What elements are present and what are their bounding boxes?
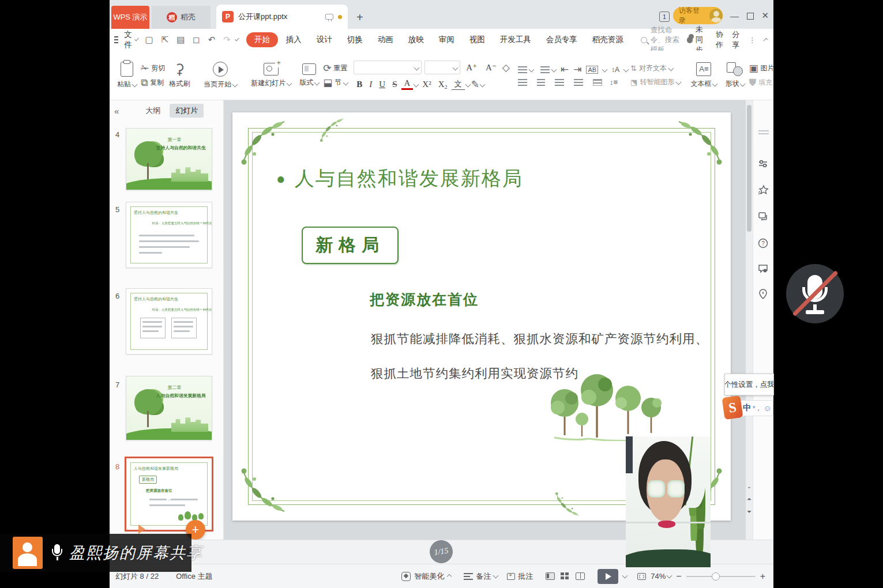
justify-icon[interactable]: [574, 79, 583, 86]
tab-insert[interactable]: 插入: [279, 32, 309, 47]
play-options-chevron-icon[interactable]: [622, 572, 628, 578]
beautify-button[interactable]: 智能美化: [401, 571, 451, 582]
ime-punctuation[interactable]: °，: [753, 404, 761, 413]
slide-title[interactable]: ● 人与自然和谐发展新格局: [276, 165, 523, 192]
ime-toolbar[interactable]: 中 °， ☺: [739, 400, 773, 416]
layout-button[interactable]: 版式: [295, 53, 323, 97]
slide-thumbnail-7[interactable]: 第二章 人与自然和谐发展新格局: [126, 376, 212, 440]
numbering-button[interactable]: [538, 66, 556, 73]
slide-thumbnail-4[interactable]: 第一章 坚持人与自然的和谐共生: [126, 128, 212, 190]
to-smartart-button[interactable]: ⬔转智能图形: [630, 77, 681, 87]
maximize-button[interactable]: [747, 13, 754, 20]
align-right-icon[interactable]: [555, 79, 564, 86]
help-icon[interactable]: ?: [757, 238, 770, 250]
vertical-scrollbar[interactable]: ⌄ ⏶ ⏷: [746, 100, 753, 540]
text-box-button[interactable]: A≡ 文本框: [686, 53, 721, 97]
normal-view-icon[interactable]: [546, 572, 555, 580]
align-center-icon[interactable]: [537, 79, 545, 86]
clear-format-icon[interactable]: ◇: [502, 63, 510, 73]
login-button[interactable]: 访客登录: [673, 7, 723, 24]
effects-star-icon[interactable]: [757, 184, 770, 197]
fill-button[interactable]: ⛊填充: [749, 78, 773, 88]
shape-button[interactable]: 形状: [721, 53, 749, 97]
undo-icon[interactable]: ↶: [205, 35, 219, 45]
phonetic-button[interactable]: 文: [452, 79, 465, 90]
more-menu-icon[interactable]: ⋮: [749, 36, 756, 44]
scrollbar-thumb[interactable]: [747, 105, 752, 232]
text-direction-button[interactable]: ↕A: [611, 66, 619, 74]
highlight-icon[interactable]: ✎: [471, 80, 479, 89]
slide-thumbnail-5[interactable]: 坚持人与自然的和谐共生 对话：人类想要怎样人与自然有唯一和约生活需: [126, 202, 212, 268]
char-border-button[interactable]: AB: [586, 66, 598, 74]
duplicate-icon[interactable]: [757, 211, 770, 224]
properties-sliders-icon[interactable]: [757, 158, 770, 171]
fit-slide-icon[interactable]: [637, 573, 646, 580]
increase-font-button[interactable]: A⁺: [463, 62, 480, 73]
zoom-slider-thumb[interactable]: [712, 572, 720, 581]
bullets-button[interactable]: [516, 66, 533, 73]
redo-icon[interactable]: ↷: [220, 35, 234, 45]
minimize-button[interactable]: —: [730, 11, 739, 21]
decrease-font-button[interactable]: A⁻: [483, 62, 499, 73]
hamburger-icon[interactable]: [114, 36, 118, 43]
align-left-icon[interactable]: [518, 79, 527, 86]
format-painter-button[interactable]: ⚳ 格式刷: [165, 53, 194, 97]
slide-keyword-box[interactable]: 新格局: [302, 227, 399, 264]
docer-store-tab[interactable]: 稻 稻壳: [152, 6, 211, 29]
new-tab-button[interactable]: +: [356, 11, 363, 24]
zoom-out-button[interactable]: −: [676, 571, 681, 582]
cut-button[interactable]: ✁剪切: [141, 63, 165, 73]
section-button[interactable]: ⬓节: [323, 78, 348, 88]
tab-slideshow[interactable]: 放映: [401, 32, 431, 47]
font-color-button[interactable]: A: [401, 78, 414, 90]
panel-drag-handle[interactable]: [758, 130, 769, 131]
tab-animation[interactable]: 动画: [371, 32, 400, 47]
slide-body-line2[interactable]: 狠抓土地节约集约利用实现资源节约: [371, 365, 578, 382]
collaborate-button[interactable]: 协作: [716, 29, 724, 50]
window-manager-button[interactable]: 1: [659, 12, 670, 22]
strike-button[interactable]: S: [389, 80, 400, 89]
collapse-ribbon-icon[interactable]: [763, 37, 768, 42]
subscript-button[interactable]: X₂: [435, 80, 450, 89]
tab-outline[interactable]: 大纲: [140, 104, 166, 118]
paste-button[interactable]: 粘贴: [113, 53, 141, 97]
tab-view[interactable]: 视图: [463, 32, 492, 47]
feedback-icon[interactable]: [757, 263, 770, 276]
save-icon[interactable]: ▢: [142, 35, 156, 45]
theme-name[interactable]: Office 主题: [176, 571, 212, 582]
bold-button[interactable]: B: [354, 80, 365, 89]
comments-button[interactable]: 批注: [507, 571, 533, 582]
superscript-button[interactable]: X²: [419, 80, 434, 89]
line-spacing-icon[interactable]: ↕≡: [610, 78, 618, 86]
share-button[interactable]: 分享: [732, 29, 740, 50]
close-button[interactable]: ✕: [761, 10, 769, 21]
print-icon[interactable]: ▤: [174, 35, 187, 45]
file-menu-chevron-icon[interactable]: [134, 37, 139, 42]
reading-view-icon[interactable]: [576, 572, 585, 580]
next-slide-icon[interactable]: ⏷: [746, 508, 752, 515]
present-mode-icon[interactable]: [325, 14, 333, 20]
document-tab[interactable]: P 公开课ppt.pptx: [216, 5, 348, 29]
sogou-ime-logo[interactable]: S: [722, 395, 743, 420]
ime-smiley-icon[interactable]: ☺: [763, 404, 771, 413]
slide-thumbnail-6[interactable]: 坚持人与自然的和谐共生 对话：人类想要怎样人与自然有唯一和约生活需: [126, 288, 212, 355]
zoom-level[interactable]: 74%: [651, 572, 671, 581]
tab-membership[interactable]: 会员专享: [539, 32, 584, 47]
tab-design[interactable]: 设计: [310, 32, 339, 47]
play-from-current-button[interactable]: 当页开始: [200, 53, 241, 97]
location-pin-icon[interactable]: [757, 288, 770, 301]
tab-home[interactable]: 开始: [246, 32, 278, 47]
italic-button[interactable]: I: [366, 80, 375, 89]
distribute-icon[interactable]: [593, 79, 602, 86]
preview-icon[interactable]: ◻: [190, 35, 202, 45]
slideshow-play-button[interactable]: [598, 569, 618, 584]
increase-indent-icon[interactable]: ⇥: [573, 65, 581, 74]
ime-mode-chinese[interactable]: 中: [743, 403, 751, 413]
slide-thumbnail-8-selected[interactable]: 人与自然和谐发展新格局 新格局 把资源放在首位: [125, 457, 213, 532]
reset-button[interactable]: ⟳重置: [323, 63, 348, 73]
underline-button[interactable]: U: [376, 80, 388, 89]
thumb-play-icon[interactable]: [138, 525, 145, 534]
font-size-select[interactable]: [424, 61, 460, 74]
tab-review[interactable]: 审阅: [432, 32, 461, 47]
decrease-indent-icon[interactable]: ⇤: [561, 65, 569, 74]
